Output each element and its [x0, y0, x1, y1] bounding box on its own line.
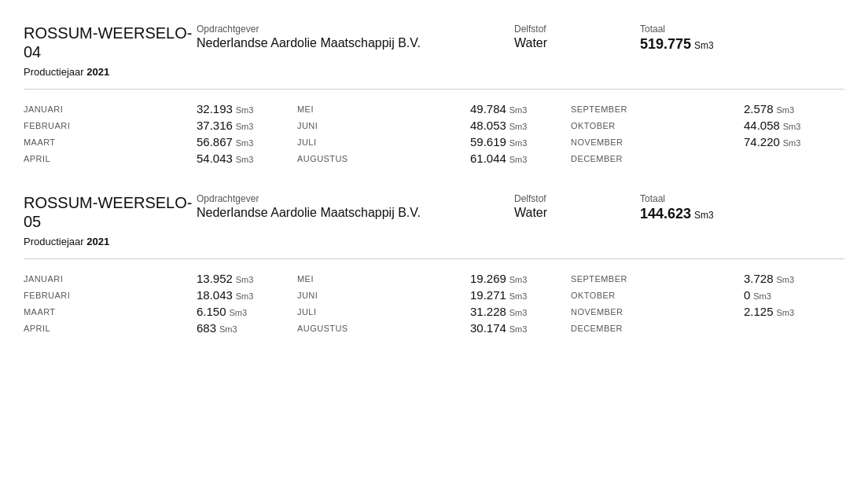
month-label-1-0: JANUARI: [24, 104, 197, 114]
month-label-1-6: JULI: [297, 137, 470, 147]
month-label-2-7: AUGUSTUS: [297, 324, 470, 333]
divider-2: [24, 258, 844, 259]
divider-1: [24, 89, 844, 90]
month-value-2-7: 30.174 Sm3: [470, 321, 571, 335]
month-label-2-11: DECEMBER: [571, 324, 744, 333]
productiejaar-row-2: Productiejaar 2021: [24, 236, 844, 254]
totaal-block-1: Totaal519.775 Sm3: [640, 24, 844, 53]
month-value-1-1: 37.316 Sm3: [197, 119, 297, 132]
month-label-1-5: JUNI: [297, 121, 470, 130]
totaal-label-1: Totaal: [640, 24, 844, 35]
months-grid-1: JANUARI32.193 Sm3MEI49.784 Sm3SEPTEMBER2…: [24, 97, 844, 178]
month-value-1-2: 56.867 Sm3: [197, 135, 297, 148]
month-value-1-5: 48.053 Sm3: [470, 119, 571, 132]
record-header-1: ROSSUM-WEERSELO-04OpdrachtgeverNederland…: [24, 16, 844, 66]
month-value-2-5: 19.271 Sm3: [470, 288, 571, 302]
delfstof-label-2: Delfstof: [514, 193, 640, 204]
month-value-1-11: [744, 152, 844, 165]
record-title-text-2: ROSSUM-WEERSELO-05: [24, 193, 197, 231]
opdrachtgever-block-1: OpdrachtgeverNederlandse Aardolie Maatsc…: [197, 24, 514, 50]
month-value-1-6: 59.619 Sm3: [470, 135, 571, 148]
month-label-2-1: FEBRUARI: [24, 291, 197, 300]
month-label-2-4: MEI: [297, 274, 470, 284]
month-label-1-11: DECEMBER: [571, 154, 744, 163]
month-value-2-4: 19.269 Sm3: [470, 272, 571, 285]
record-block-2: ROSSUM-WEERSELO-05OpdrachtgeverNederland…: [24, 185, 844, 347]
month-label-1-1: FEBRUARI: [24, 121, 197, 130]
month-value-2-3: 683 Sm3: [197, 321, 297, 335]
delfstof-value-2: Water: [514, 206, 640, 220]
month-label-1-10: NOVEMBER: [571, 137, 744, 147]
month-value-2-10: 2.125 Sm3: [744, 305, 844, 318]
month-value-1-7: 61.044 Sm3: [470, 152, 571, 165]
record-title-1: ROSSUM-WEERSELO-04: [24, 24, 197, 61]
record-title-text-1: ROSSUM-WEERSELO-04: [24, 24, 197, 61]
totaal-label-2: Totaal: [640, 193, 844, 204]
month-value-2-9: 0 Sm3: [744, 288, 844, 302]
month-label-2-8: SEPTEMBER: [571, 274, 744, 284]
month-label-2-10: NOVEMBER: [571, 307, 744, 317]
month-value-2-8: 3.728 Sm3: [744, 272, 844, 285]
totaal-block-2: Totaal144.623 Sm3: [640, 193, 844, 222]
totaal-value-2: 144.623 Sm3: [640, 206, 844, 222]
month-value-1-8: 2.578 Sm3: [744, 102, 844, 115]
month-value-2-2: 6.150 Sm3: [197, 305, 297, 318]
opdrachtgever-label-2: Opdrachtgever: [197, 193, 514, 204]
opdrachtgever-label-1: Opdrachtgever: [197, 24, 514, 35]
month-label-1-4: MEI: [297, 104, 470, 114]
month-label-2-0: JANUARI: [24, 274, 197, 284]
month-label-1-2: MAART: [24, 137, 197, 147]
month-value-1-9: 44.058 Sm3: [744, 119, 844, 132]
month-label-1-7: AUGUSTUS: [297, 154, 470, 163]
totaal-value-1: 519.775 Sm3: [640, 36, 844, 53]
record-block-1: ROSSUM-WEERSELO-04OpdrachtgeverNederland…: [24, 16, 844, 178]
month-value-1-10: 74.220 Sm3: [744, 135, 844, 148]
month-label-2-5: JUNI: [297, 291, 470, 300]
opdrachtgever-value-2: Nederlandse Aardolie Maatschappij B.V.: [197, 206, 514, 220]
opdrachtgever-value-1: Nederlandse Aardolie Maatschappij B.V.: [197, 36, 514, 50]
month-label-1-9: OKTOBER: [571, 121, 744, 130]
month-label-2-3: APRIL: [24, 324, 197, 333]
delfstof-block-2: DelfstofWater: [514, 193, 640, 220]
productiejaar-row-1: Productiejaar 2021: [24, 66, 844, 84]
month-label-1-8: SEPTEMBER: [571, 104, 744, 114]
page: ROSSUM-WEERSELO-04OpdrachtgeverNederland…: [0, 0, 868, 371]
month-label-2-6: JULI: [297, 307, 470, 317]
delfstof-value-1: Water: [514, 36, 640, 50]
month-value-2-0: 13.952 Sm3: [197, 272, 297, 285]
month-value-1-3: 54.043 Sm3: [197, 152, 297, 165]
month-value-1-4: 49.784 Sm3: [470, 102, 571, 115]
months-grid-2: JANUARI13.952 Sm3MEI19.269 Sm3SEPTEMBER3…: [24, 267, 844, 347]
record-title-2: ROSSUM-WEERSELO-05: [24, 193, 197, 231]
opdrachtgever-block-2: OpdrachtgeverNederlandse Aardolie Maatsc…: [197, 193, 514, 220]
month-value-2-11: [744, 321, 844, 335]
record-header-2: ROSSUM-WEERSELO-05OpdrachtgeverNederland…: [24, 185, 844, 236]
month-label-2-9: OKTOBER: [571, 291, 744, 300]
month-label-1-3: APRIL: [24, 154, 197, 163]
delfstof-label-1: Delfstof: [514, 24, 640, 35]
month-value-2-1: 18.043 Sm3: [197, 288, 297, 302]
month-value-1-0: 32.193 Sm3: [197, 102, 297, 115]
month-label-2-2: MAART: [24, 307, 197, 317]
delfstof-block-1: DelfstofWater: [514, 24, 640, 50]
month-value-2-6: 31.228 Sm3: [470, 305, 571, 318]
